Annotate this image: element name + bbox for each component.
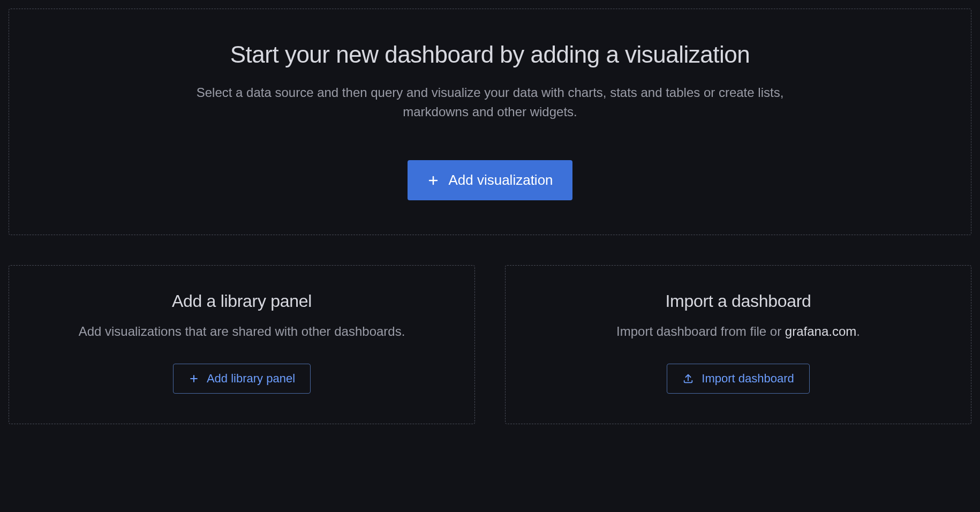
- add-visualization-panel: Start your new dashboard by adding a vis…: [9, 9, 971, 235]
- upload-icon: [682, 373, 694, 385]
- main-title: Start your new dashboard by adding a vis…: [230, 41, 750, 68]
- library-title: Add a library panel: [172, 291, 312, 311]
- import-description-suffix: .: [856, 324, 860, 338]
- add-library-panel-button[interactable]: Add library panel: [173, 364, 311, 394]
- main-description: Select a data source and then query and …: [169, 83, 811, 122]
- import-title: Import a dashboard: [665, 291, 811, 311]
- plus-icon: [427, 174, 440, 187]
- grafana-link[interactable]: grafana.com: [785, 324, 856, 338]
- add-library-panel-label: Add library panel: [207, 372, 295, 386]
- add-visualization-button[interactable]: Add visualization: [408, 160, 572, 200]
- empty-dashboard-container: Start your new dashboard by adding a vis…: [9, 9, 971, 424]
- secondary-panels-row: Add a library panel Add visualizations t…: [9, 265, 971, 424]
- plus-icon: [189, 373, 199, 384]
- add-visualization-label: Add visualization: [448, 172, 553, 189]
- import-dashboard-label: Import dashboard: [702, 372, 794, 386]
- import-dashboard-button[interactable]: Import dashboard: [667, 364, 809, 394]
- library-description: Add visualizations that are shared with …: [79, 322, 405, 341]
- import-description-prefix: Import dashboard from file or: [616, 324, 785, 338]
- import-description: Import dashboard from file or grafana.co…: [616, 322, 860, 341]
- add-library-panel-panel: Add a library panel Add visualizations t…: [9, 265, 475, 424]
- import-dashboard-panel: Import a dashboard Import dashboard from…: [505, 265, 971, 424]
